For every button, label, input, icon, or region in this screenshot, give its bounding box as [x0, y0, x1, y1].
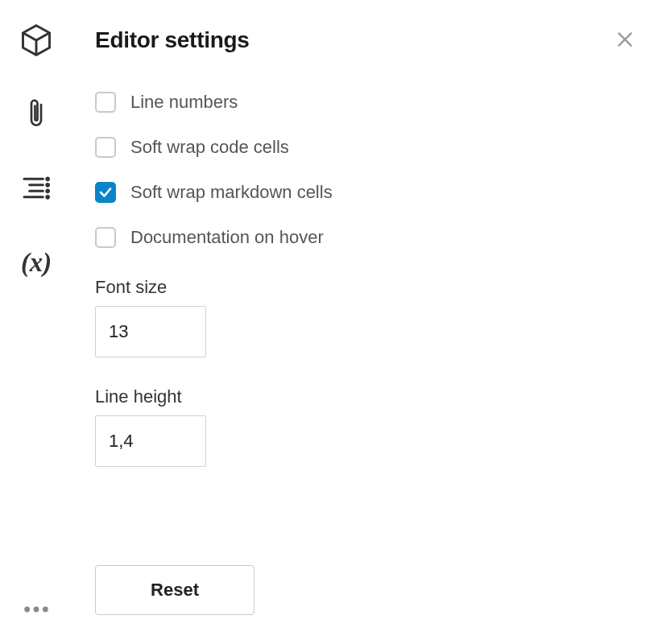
svg-point-7	[47, 196, 49, 199]
sidebar: (x)	[0, 0, 72, 644]
paperclip-icon[interactable]	[19, 97, 54, 132]
header: Editor settings	[95, 27, 633, 53]
option-label: Soft wrap markdown cells	[130, 182, 333, 203]
option-label: Soft wrap code cells	[130, 137, 289, 158]
footer: Reset	[95, 533, 633, 615]
reset-button[interactable]: Reset	[95, 565, 254, 615]
settings-panel: Editor settings Line numbers Soft wrap c…	[72, 0, 662, 644]
checkbox[interactable]	[95, 182, 116, 203]
line-height-input[interactable]	[95, 415, 206, 467]
svg-point-6	[47, 190, 49, 192]
line-height-group: Line height	[95, 386, 633, 467]
checkbox[interactable]	[95, 92, 116, 113]
variable-icon[interactable]: (x)	[19, 245, 54, 280]
checkbox[interactable]	[95, 227, 116, 248]
svg-point-9	[24, 607, 30, 613]
option-soft-wrap-code[interactable]: Soft wrap code cells	[95, 137, 633, 158]
font-size-label: Font size	[95, 277, 633, 298]
indent-icon[interactable]	[19, 171, 54, 206]
option-soft-wrap-markdown[interactable]: Soft wrap markdown cells	[95, 182, 633, 203]
options-list: Line numbers Soft wrap code cells Soft w…	[95, 92, 633, 248]
ellipsis-icon[interactable]	[19, 609, 54, 644]
svg-point-11	[43, 607, 48, 613]
close-button[interactable]	[614, 28, 636, 51]
font-size-input[interactable]	[95, 306, 206, 357]
line-height-label: Line height	[95, 386, 633, 407]
cube-icon[interactable]	[19, 23, 54, 58]
checkbox[interactable]	[95, 137, 116, 158]
option-doc-on-hover[interactable]: Documentation on hover	[95, 227, 633, 248]
svg-point-4	[47, 178, 49, 180]
svg-text:(x): (x)	[21, 248, 52, 278]
svg-point-5	[47, 184, 49, 187]
option-label: Line numbers	[130, 92, 238, 113]
page-title: Editor settings	[95, 27, 250, 53]
svg-point-10	[34, 607, 39, 613]
option-label: Documentation on hover	[130, 227, 324, 248]
option-line-numbers[interactable]: Line numbers	[95, 92, 633, 113]
font-size-group: Font size	[95, 277, 633, 357]
